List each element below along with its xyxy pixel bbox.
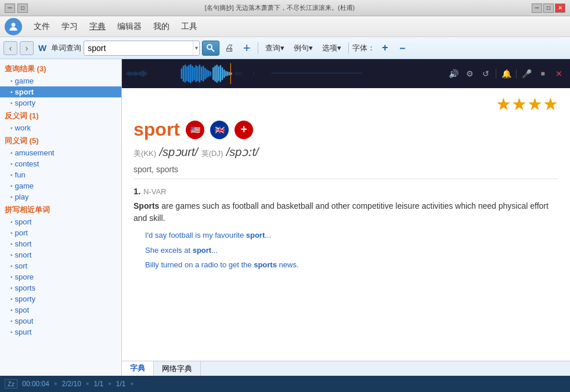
back-button[interactable]: ‹: [3, 41, 17, 55]
example-button[interactable]: 例句▾: [290, 42, 316, 55]
forward-button[interactable]: ›: [20, 41, 34, 55]
sidebar-item-amusement[interactable]: amusement: [0, 147, 121, 158]
stars-row: ★ ★ ★ ★: [134, 94, 558, 114]
sidebar-item-sort[interactable]: sort: [0, 260, 121, 271]
svg-rect-17: [146, 72, 147, 75]
sidebar-item-play[interactable]: play: [0, 191, 121, 202]
svg-rect-6: [131, 72, 132, 75]
pron-us-ipa: /spɔurt/: [160, 146, 201, 158]
audio-refresh-button[interactable]: ↺: [479, 67, 492, 80]
svg-rect-28: [199, 65, 200, 83]
search-button[interactable]: [202, 41, 219, 56]
mic-button[interactable]: 🎤: [520, 67, 533, 80]
bell-button[interactable]: 🔔: [500, 67, 513, 80]
def-text-1: Sports are games such as football and ba…: [134, 200, 558, 224]
svg-rect-3: [127, 72, 128, 75]
add-icon[interactable]: +: [239, 41, 254, 56]
content-area: 🔊 ⚙ ↺ 🔔 🎤 ■ ✕ ★ ★ ★ ★ sport: [122, 59, 570, 376]
sidebar-item-sporty[interactable]: sporty: [0, 97, 121, 108]
menu-file[interactable]: 文件: [29, 19, 55, 34]
sidebar-item-spout[interactable]: spout: [0, 315, 121, 326]
pron-us-label: 美(KK): [134, 149, 156, 158]
title-bar: ─ □ [名句摘抄] 无边落木萧萧下，不尽长江滚滚来。(杜甫) ─ □ ✕: [0, 0, 570, 16]
svg-rect-8: [134, 72, 135, 75]
sidebar-item-fun[interactable]: fun: [0, 169, 121, 180]
win-restore-button[interactable]: □: [543, 3, 554, 13]
volume-button[interactable]: 🔊: [447, 67, 460, 80]
tab-web-dict[interactable]: 网络字典: [154, 361, 201, 376]
star-4[interactable]: ★: [543, 94, 558, 114]
menu-dict[interactable]: 字典: [85, 19, 110, 34]
print-icon[interactable]: 🖨: [222, 41, 237, 56]
svg-rect-19: [183, 66, 184, 82]
svg-rect-33: [208, 71, 209, 77]
star-1[interactable]: ★: [496, 94, 511, 114]
font-minus-button[interactable]: －: [395, 41, 410, 56]
svg-rect-23: [190, 64, 191, 83]
svg-rect-49: [241, 72, 242, 75]
svg-rect-37: [216, 65, 217, 83]
menu-tools[interactable]: 工具: [176, 19, 202, 34]
audio-settings-button[interactable]: ⚙: [463, 67, 476, 80]
minimize-button[interactable]: ─: [5, 3, 15, 13]
sidebar-item-sport2[interactable]: sport: [0, 216, 121, 227]
query-button[interactable]: 查询▾: [262, 42, 288, 55]
star-3[interactable]: ★: [527, 94, 543, 114]
sidebar-item-game2[interactable]: game: [0, 180, 121, 191]
word-forms: sport, sports: [134, 165, 558, 179]
sidebar-item-sports[interactable]: sports: [0, 282, 121, 293]
svg-rect-43: [227, 71, 228, 75]
sidebar-item-sport[interactable]: sport: [0, 86, 121, 97]
status-nav2: 1/1: [116, 380, 126, 388]
menu-study[interactable]: 学习: [57, 19, 82, 34]
svg-rect-14: [142, 71, 143, 77]
bottom-tabs: 字典 网络字典: [122, 361, 570, 376]
status-nav1: 1/1: [94, 380, 104, 388]
svg-rect-35: [212, 67, 214, 80]
sidebar-item-spurt[interactable]: spurt: [0, 326, 121, 337]
sidebar-item-spore[interactable]: spore: [0, 271, 121, 282]
sidebar-item-contest[interactable]: contest: [0, 158, 121, 169]
tab-dict[interactable]: 字典: [122, 361, 154, 376]
svg-rect-29: [201, 67, 202, 80]
sidebar-item-sporty2[interactable]: sporty: [0, 293, 121, 304]
uk-flag-button[interactable]: 🇬🇧: [210, 121, 229, 139]
add-word-button[interactable]: +: [235, 121, 253, 139]
svg-point-1: [207, 45, 212, 49]
svg-rect-9: [135, 71, 136, 75]
sidebar-item-short[interactable]: short: [0, 238, 121, 249]
dict-content: ★ ★ ★ ★ sport 🇺🇸 🇬🇧 + 美(KK) /spɔurt/: [122, 88, 570, 361]
sidebar-item-game[interactable]: game: [0, 75, 121, 86]
font-plus-button[interactable]: +: [377, 41, 392, 56]
sidebar-item-spot[interactable]: spot: [0, 304, 121, 315]
sidebar-item-work[interactable]: work: [0, 122, 121, 133]
status-page: 2/2/10: [62, 380, 81, 388]
menu-editor[interactable]: 编辑器: [113, 19, 146, 34]
sidebar-item-port[interactable]: port: [0, 227, 121, 238]
definition-1: 1. N-VAR Sports are games such as footba…: [134, 186, 558, 273]
menu-mine[interactable]: 我的: [149, 19, 174, 34]
win-minimize-button[interactable]: ─: [532, 3, 542, 13]
user-avatar[interactable]: [5, 18, 22, 35]
svg-rect-51: [272, 72, 362, 74]
audio-close-button[interactable]: ✕: [553, 67, 565, 80]
search-box[interactable]: ▾: [84, 41, 200, 56]
example-3: Billy turned on a radio to get the sport…: [134, 257, 558, 273]
win-close-button[interactable]: ✕: [555, 3, 565, 13]
us-flag-button[interactable]: 🇺🇸: [186, 121, 204, 139]
stop-button[interactable]: ■: [536, 67, 549, 80]
search-input[interactable]: [84, 43, 193, 53]
status-bar: Zz 00:00:04 • 2/2/10 • 1/1 • 1/1 •: [0, 376, 570, 392]
sidebar-item-snort[interactable]: snort: [0, 249, 121, 260]
word-title: sport: [134, 119, 180, 140]
sidebar: 查询结果 (3) game sport sporty 反义词 (1) work …: [0, 59, 122, 376]
section-synonyms-title: 同义词 (5): [0, 133, 121, 147]
maximize-button[interactable]: □: [17, 3, 28, 13]
search-dropdown-icon[interactable]: ▾: [193, 41, 199, 55]
options-button[interactable]: 选项▾: [319, 42, 345, 55]
word-header: sport 🇺🇸 🇬🇧 +: [134, 119, 558, 140]
pron-uk-ipa: /spɔːt/: [226, 146, 259, 158]
star-2[interactable]: ★: [511, 94, 527, 114]
menu-bar: 文件 学习 字典 编辑器 我的 工具: [0, 16, 570, 37]
svg-rect-13: [140, 71, 141, 75]
